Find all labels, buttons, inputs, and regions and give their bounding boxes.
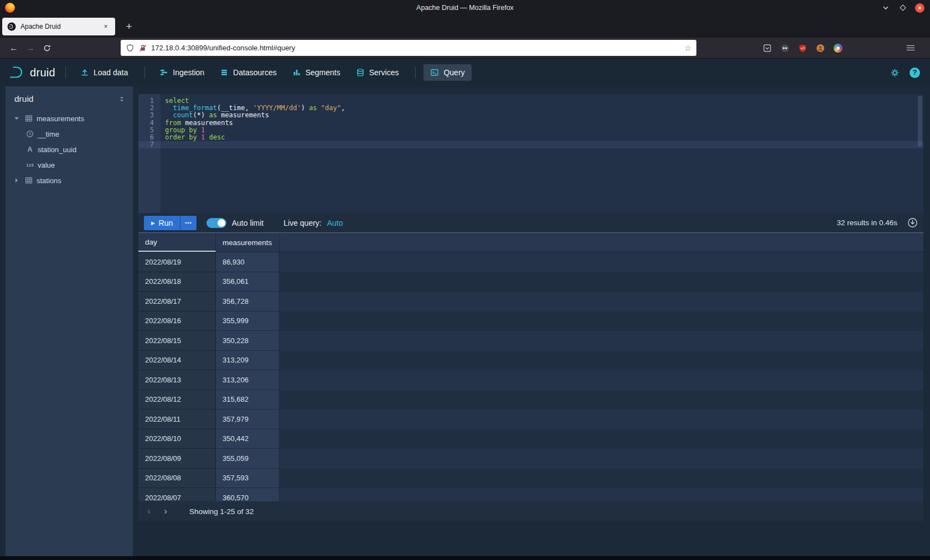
cell-measurements[interactable]: 315,682	[216, 390, 280, 410]
cell-day[interactable]: 2022/08/16	[138, 312, 216, 331]
back-button[interactable]: ←	[6, 40, 22, 56]
cell-measurements[interactable]: 356,728	[216, 292, 280, 312]
menu-button[interactable]	[902, 40, 919, 56]
reload-button[interactable]	[39, 40, 55, 56]
cell-measurements[interactable]: 350,228	[216, 331, 280, 351]
new-tab-button[interactable]: +	[121, 18, 137, 35]
table-row: 2022/08/17356,728	[138, 292, 923, 312]
cell-day[interactable]: 2022/08/19	[138, 252, 216, 272]
code-token: desc	[209, 133, 225, 141]
window-shade-icon[interactable]	[881, 3, 891, 13]
cell-measurements[interactable]: 86,930	[216, 252, 280, 272]
cell-day[interactable]: 2022/08/15	[138, 331, 216, 351]
window-maximize-icon[interactable]	[898, 3, 908, 13]
code-line	[165, 141, 923, 148]
nav-load-data[interactable]: Load data	[74, 64, 135, 81]
row-filler	[280, 449, 923, 469]
nav-services[interactable]: Services	[349, 64, 406, 81]
url-bar[interactable]: 172.18.0.4:30899/unified-console.html#qu…	[121, 40, 696, 56]
auto-limit-toggle[interactable]	[206, 218, 226, 228]
code-token: "day"	[321, 104, 341, 112]
nav-label: Query	[443, 68, 464, 77]
table-row: 2022/08/09355,059	[138, 449, 923, 469]
line-number: 7	[138, 141, 154, 148]
row-filler	[280, 390, 923, 410]
window-titlebar[interactable]: Apache Druid — Mozilla Firefox ×	[0, 0, 930, 15]
sort-icon[interactable]	[117, 95, 126, 103]
extension-pinwheel-icon[interactable]	[829, 40, 847, 56]
cell-day[interactable]: 2022/08/18	[138, 272, 216, 292]
cell-day[interactable]: 2022/08/07	[138, 488, 216, 501]
cell-day[interactable]: 2022/08/13	[138, 370, 216, 390]
editor-code[interactable]: select time_format(__time, 'YYYY/MM/dd')…	[161, 94, 923, 213]
cell-measurements[interactable]: 313,209	[216, 351, 280, 371]
column-header-measurements[interactable]: measurements	[216, 233, 280, 252]
cell-measurements[interactable]: 357,593	[216, 469, 280, 489]
code-token	[165, 104, 173, 112]
account-icon[interactable]	[776, 40, 794, 56]
code-token: measurements	[217, 111, 269, 119]
tree-item-station-uuid[interactable]: Astation_uuid	[6, 142, 133, 157]
tree-item-time[interactable]: __time	[6, 126, 133, 142]
forward-button[interactable]: →	[22, 40, 39, 56]
nav-datasources[interactable]: Datasources	[213, 64, 283, 81]
column-header-day[interactable]: day	[138, 233, 216, 252]
connection-insecure-icon[interactable]	[138, 44, 147, 53]
cell-measurements[interactable]: 360,570	[216, 488, 280, 501]
cell-day[interactable]: 2022/08/11	[138, 409, 216, 429]
tracking-protection-shield-icon[interactable]	[126, 44, 135, 53]
prev-page-icon[interactable]: ‹	[142, 504, 156, 518]
tree-item-measurements[interactable]: measurements	[6, 111, 133, 126]
pocket-icon[interactable]	[758, 40, 776, 56]
cell-day[interactable]: 2022/08/12	[138, 390, 216, 410]
table-row: 2022/08/07360,570	[138, 488, 923, 501]
nav-divider	[144, 66, 145, 79]
tab-close-icon[interactable]: ×	[101, 23, 110, 30]
cell-measurements[interactable]: 356,061	[216, 272, 280, 292]
help-icon[interactable]: ?	[910, 68, 920, 78]
code-token	[197, 133, 201, 141]
table-row: 2022/08/16355,999	[138, 312, 923, 331]
line-number: 5	[138, 127, 154, 134]
nav-query[interactable]: Query	[423, 64, 471, 81]
cell-measurements[interactable]: 357,979	[216, 409, 280, 429]
code-line: order by 1 desc	[165, 134, 923, 141]
next-page-icon[interactable]: ›	[158, 504, 173, 518]
run-more-button[interactable]: •••	[180, 216, 196, 230]
pagination-label: Showing 1-25 of 32	[189, 507, 254, 516]
cell-day[interactable]: 2022/08/17	[138, 292, 216, 312]
run-button[interactable]: ▶ Run	[144, 216, 180, 230]
nav-ingestion[interactable]: Ingestion	[153, 64, 211, 81]
ublock-icon[interactable]: uO	[794, 40, 812, 56]
code-line: from measurements	[165, 120, 923, 127]
cell-day[interactable]: 2022/08/14	[138, 351, 216, 371]
code-token: order by	[165, 133, 197, 141]
cell-measurements[interactable]: 355,999	[216, 312, 280, 331]
cell-measurements[interactable]: 355,059	[216, 449, 280, 469]
code-token	[205, 133, 209, 141]
firefox-logo-icon	[5, 3, 15, 13]
settings-gear-icon[interactable]	[890, 68, 900, 77]
schema-title: druid	[14, 94, 117, 104]
tree-item-stations[interactable]: stations	[6, 173, 133, 188]
editor-scrollbar[interactable]	[918, 96, 922, 147]
tree-item-value[interactable]: 123value	[6, 157, 133, 173]
profile-avatar-icon[interactable]	[812, 40, 829, 56]
nav-segments[interactable]: Segments	[286, 64, 347, 81]
cell-measurements[interactable]: 313,206	[216, 370, 280, 390]
browser-tab[interactable]: Apache Druid ×	[2, 18, 115, 35]
cell-day[interactable]: 2022/08/08	[138, 469, 216, 489]
code-token: ,	[341, 104, 345, 112]
row-filler	[280, 429, 923, 449]
cell-day[interactable]: 2022/08/09	[138, 449, 216, 469]
sql-editor[interactable]: 1234567 select time_format(__time, 'YYYY…	[138, 94, 923, 213]
bookmark-star-icon[interactable]: ☆	[684, 44, 691, 53]
number-type-icon: 123	[25, 163, 34, 168]
download-icon[interactable]	[907, 217, 918, 228]
cell-measurements[interactable]: 350,442	[216, 429, 280, 449]
druid-logo[interactable]: druid	[9, 65, 55, 80]
window-close-button[interactable]: ×	[915, 3, 924, 13]
nav-label: Datasources	[233, 68, 277, 77]
cell-day[interactable]: 2022/08/10	[138, 429, 216, 449]
live-query-value[interactable]: Auto	[327, 219, 343, 227]
